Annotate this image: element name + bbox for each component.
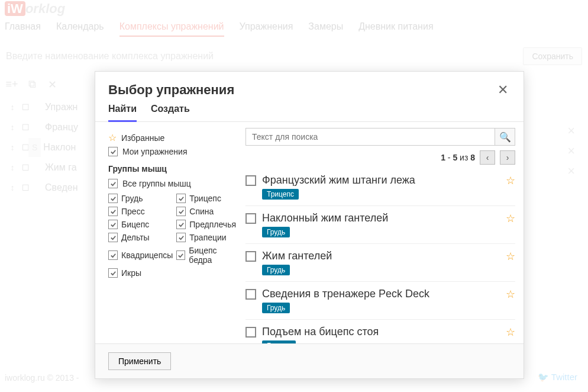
modal-tabs: Найти Создать	[95, 98, 524, 122]
pager-next-button[interactable]: ›	[500, 150, 515, 165]
checkbox-icon	[108, 250, 118, 260]
checkbox-icon	[108, 179, 118, 188]
muscle-checkbox[interactable]: Предплечья	[176, 220, 238, 229]
favorite-star-icon[interactable]: ☆	[506, 174, 515, 187]
checkbox-icon	[176, 233, 186, 242]
close-icon[interactable]: ✕	[495, 82, 511, 98]
chevron-left-icon: ‹	[486, 153, 489, 162]
checkbox-icon	[176, 250, 185, 260]
star-icon: ☆	[108, 132, 117, 143]
search-icon: 🔍	[499, 131, 511, 143]
chevron-right-icon: ›	[506, 153, 509, 162]
muscle-checkbox[interactable]: Грудь	[108, 194, 173, 203]
muscle-checkbox[interactable]: Пресс	[108, 207, 173, 216]
exercise-checkbox[interactable]	[245, 289, 256, 300]
checkbox-icon	[108, 194, 118, 203]
favorite-star-icon[interactable]: ☆	[506, 250, 515, 263]
checkbox-icon	[108, 220, 118, 229]
muscle-tag: Трицепс	[262, 189, 299, 200]
exercise-list: Французский жим штанги лежа Трицепс ☆ На…	[245, 168, 515, 343]
muscle-checkbox[interactable]: Икры	[108, 268, 173, 278]
list-item: Подъем на бицепс стоя Бицепс ☆	[245, 319, 515, 343]
checkbox-icon	[108, 207, 118, 216]
exercise-title[interactable]: Жим гантелей	[262, 250, 500, 262]
apply-button[interactable]: Применить	[108, 352, 171, 370]
search-input[interactable]	[245, 128, 495, 146]
muscle-checkbox[interactable]: Дельты	[108, 233, 173, 242]
exercise-checkbox[interactable]	[245, 175, 256, 186]
muscle-tag: Грудь	[262, 227, 290, 237]
muscle-checkbox[interactable]: Трицепс	[176, 194, 238, 203]
checkbox-icon	[108, 233, 118, 242]
checkbox-icon	[108, 147, 118, 156]
muscle-checkbox[interactable]: Трапеции	[176, 233, 238, 242]
filter-sidebar: ☆ Избранные Мои упражнения Группы мышц В…	[95, 122, 243, 343]
list-item: Сведения в тренажере Peck Deck Грудь ☆	[245, 281, 515, 319]
list-item: Наклонный жим гантелей Грудь ☆	[245, 205, 515, 243]
checkbox-icon	[176, 207, 186, 216]
tab-create[interactable]: Создать	[151, 104, 190, 121]
checkbox-icon	[176, 194, 186, 203]
tab-find[interactable]: Найти	[108, 104, 137, 122]
all-groups-checkbox[interactable]: Все группы мышц	[108, 177, 238, 190]
muscle-tag: Грудь	[262, 265, 290, 275]
list-item: Французский жим штанги лежа Трицепс ☆	[245, 168, 515, 205]
exercise-title[interactable]: Наклонный жим гантелей	[262, 212, 500, 224]
muscle-checkbox[interactable]: Бицепс	[108, 220, 173, 229]
checkbox-icon	[176, 220, 186, 229]
muscle-checkbox[interactable]: Спина	[176, 207, 238, 216]
pager-prev-button[interactable]: ‹	[480, 150, 495, 165]
muscle-tag: Грудь	[262, 303, 290, 313]
list-item: Жим гантелей Грудь ☆	[245, 243, 515, 281]
favorites-filter[interactable]: ☆ Избранные	[108, 130, 238, 145]
pager: 1 - 5 из 8 ‹ ›	[245, 150, 515, 165]
exercise-picker-modal: Выбор упражнения ✕ Найти Создать ☆ Избра…	[95, 71, 524, 379]
my-exercises-filter[interactable]: Мои упражнения	[108, 145, 238, 158]
muscle-checkbox[interactable]: Квадрицепсы	[108, 246, 173, 265]
favorite-star-icon[interactable]: ☆	[506, 288, 515, 301]
exercise-title[interactable]: Французский жим штанги лежа	[262, 174, 500, 187]
exercise-title[interactable]: Сведения в тренажере Peck Deck	[262, 288, 500, 300]
exercise-title[interactable]: Подъем на бицепс стоя	[262, 326, 500, 338]
exercise-checkbox[interactable]	[245, 213, 256, 224]
favorite-star-icon[interactable]: ☆	[506, 212, 515, 225]
modal-title: Выбор упражнения	[108, 82, 495, 98]
exercise-checkbox[interactable]	[245, 251, 256, 262]
muscle-groups-heading: Группы мышц	[108, 164, 238, 173]
favorite-star-icon[interactable]: ☆	[506, 326, 515, 339]
results-panel: 🔍 1 - 5 из 8 ‹ › Французский жим штанги …	[243, 122, 524, 343]
checkbox-icon	[108, 268, 118, 278]
exercise-checkbox[interactable]	[245, 327, 256, 338]
muscle-checkbox[interactable]: Бицепс бедра	[176, 246, 238, 265]
search-button[interactable]: 🔍	[495, 128, 515, 146]
